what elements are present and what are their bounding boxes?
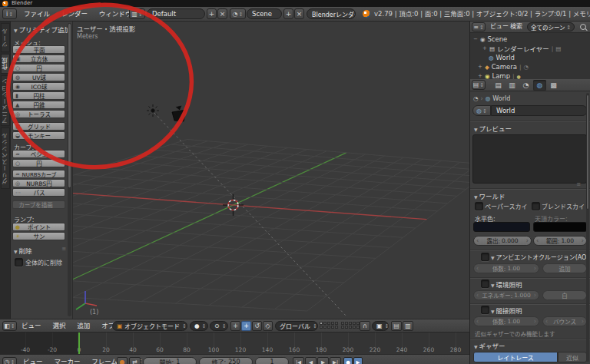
menu-marker[interactable]: マーカー: [49, 355, 85, 364]
delete-screen-button[interactable]: [217, 8, 227, 19]
screen-layout-icon-button[interactable]: ▥: [129, 8, 145, 19]
blend-sky-checkbox[interactable]: [532, 202, 540, 210]
expander-icon[interactable]: +: [478, 64, 482, 70]
shelf-tab-create[interactable]: 作成: [1, 54, 10, 74]
viewport-3d[interactable]: ユーザー・透視投影 Meters (1): [73, 22, 470, 319]
paper-sky-checkbox[interactable]: [475, 202, 483, 210]
delete-panel-header[interactable]: 削除: [14, 246, 32, 255]
add-point-lamp-button[interactable]: ●ポイント: [12, 223, 65, 231]
layer-toggle[interactable]: [331, 322, 334, 325]
manipulator-scale-button[interactable]: ◇: [263, 321, 273, 331]
layers-widget[interactable]: [320, 322, 360, 329]
add-plane-button[interactable]: ▭平面: [12, 45, 65, 54]
manipulator-translate-button[interactable]: +: [241, 321, 251, 331]
jump-to-end-button[interactable]: ▶|: [330, 357, 341, 364]
add-path-button[interactable]: ⋯パス: [12, 188, 65, 197]
add-curve-circle-button[interactable]: ○円: [12, 159, 65, 167]
layer-toggle[interactable]: [353, 326, 356, 329]
opengl-render-button[interactable]: ▤: [391, 321, 402, 331]
mode-select[interactable]: ▣ オブジェクトモード: [112, 321, 187, 331]
ao-panel-header[interactable]: アンビエントオクルージョン(AO): [474, 253, 589, 261]
ao-factor-slider[interactable]: 係数: 1.00: [473, 263, 539, 273]
transform-orientation-select[interactable]: グローバル: [275, 321, 318, 331]
layer-toggle[interactable]: [323, 326, 326, 329]
id-browse-button[interactable]: ◍: [472, 105, 491, 116]
row-label[interactable]: World: [496, 54, 515, 61]
horizon-color-swatch[interactable]: [473, 222, 530, 232]
properties-scrollbar-thumb[interactable]: [586, 94, 589, 210]
row-label[interactable]: Scene: [487, 35, 507, 43]
current-frame-line[interactable]: [78, 333, 80, 354]
indirect-factor-slider[interactable]: 係数: 1.00: [473, 316, 539, 326]
menu-view[interactable]: ビュー: [18, 355, 48, 364]
delete-globally-checkbox[interactable]: [15, 258, 23, 266]
opengl-render-anim-button[interactable]: ▥: [403, 321, 413, 331]
layer-toggle[interactable]: [320, 326, 323, 329]
tab-render[interactable]: ▤: [492, 80, 505, 91]
scene-field[interactable]: Scene: [247, 8, 282, 19]
env-lighting-panel-header[interactable]: 環境照明: [474, 280, 522, 289]
tab-scene[interactable]: ◔: [519, 80, 532, 91]
layer-toggle[interactable]: [335, 326, 338, 329]
menu-view[interactable]: ビュー: [17, 319, 46, 333]
manipulator-axis-button[interactable]: +: [230, 321, 240, 331]
expander-icon[interactable]: +: [478, 73, 482, 79]
shelf-tab-grease-pencil[interactable]: グリースペンシル: [1, 127, 10, 189]
viewport-shading-select[interactable]: ●: [190, 321, 208, 331]
menu-add[interactable]: 追加: [72, 319, 94, 333]
add-monkey-button[interactable]: ◒モンキー: [12, 131, 65, 140]
current-frame-field[interactable]: 1: [255, 357, 289, 364]
layer-toggle[interactable]: [331, 326, 334, 329]
tab-texture[interactable]: ▩: [547, 80, 560, 91]
layer-toggle[interactable]: [349, 326, 352, 329]
editor-type-button[interactable]: i: [2, 8, 17, 19]
outliner-row-world[interactable]: ◍ World: [489, 53, 515, 62]
range-slider[interactable]: 範囲: 1.00: [533, 236, 587, 246]
editor-type-button[interactable]: ◧: [2, 321, 17, 331]
menu-file[interactable]: ファイル: [19, 7, 55, 21]
scene-icon-button[interactable]: ◔: [230, 8, 246, 19]
layer-toggle[interactable]: [323, 322, 326, 325]
menu-render[interactable]: レンダー: [57, 7, 92, 21]
layer-toggle[interactable]: [327, 322, 330, 325]
gather-raytrace-toggle[interactable]: レイトレース: [473, 352, 558, 362]
draw-curve-button[interactable]: カーブを描画: [12, 200, 65, 209]
render-engine-select[interactable]: Blenderレンダー: [307, 8, 356, 19]
delete-scene-button[interactable]: [294, 8, 304, 19]
shelf-tab-tools[interactable]: ツール: [1, 23, 10, 52]
shelf-scrollbar-thumb[interactable]: [68, 23, 71, 188]
zenith-color-swatch[interactable]: [533, 222, 587, 232]
play-reverse-button[interactable]: ◀: [305, 357, 317, 364]
row-label[interactable]: Camera: [492, 63, 517, 71]
env-color-button[interactable]: 白: [542, 290, 587, 300]
layer-toggle[interactable]: [345, 322, 348, 325]
layer-toggle[interactable]: [353, 322, 356, 325]
id-name-field[interactable]: World: [491, 105, 588, 116]
expander-icon[interactable]: +: [482, 45, 487, 51]
tab-world[interactable]: ◍: [533, 80, 546, 91]
add-screen-button[interactable]: [207, 8, 217, 19]
add-grid-button[interactable]: ▦グリッド: [12, 122, 65, 131]
env-energy-slider[interactable]: エネルギー: 1.000: [473, 290, 539, 300]
screen-layout-field[interactable]: Default: [147, 8, 205, 19]
ao-blend-mode-button[interactable]: 追加: [542, 263, 587, 273]
panel-resize-grip-icon[interactable]: ≡: [576, 181, 581, 187]
add-bezier-button[interactable]: ≈ベジエ: [12, 150, 65, 158]
add-cone-button[interactable]: ▲円錐: [12, 101, 65, 109]
snap-magnet-button[interactable]: ∩: [360, 321, 370, 331]
add-sun-lamp-button[interactable]: ☀サン: [12, 232, 65, 240]
pivot-select[interactable]: ⊙: [210, 321, 228, 331]
add-primitive-panel-header[interactable]: プリミティブ追加: [14, 25, 71, 34]
properties-scrollbar[interactable]: [586, 93, 589, 362]
panel-grip-icon[interactable]: ≡: [61, 246, 66, 252]
exposure-slider[interactable]: 露出: 0.000: [473, 236, 532, 246]
add-circle-button[interactable]: ○円: [12, 64, 65, 72]
add-torus-button[interactable]: ◎トーラス: [12, 110, 65, 118]
outliner-row-camera[interactable]: + ◆ Camera | ◔: [478, 62, 529, 71]
add-cylinder-button[interactable]: ▮円柱: [12, 91, 65, 100]
search-icon[interactable]: [580, 24, 586, 30]
shelf-scrollbar[interactable]: [68, 23, 71, 316]
outliner-row-render-layers[interactable]: + ▤ レンダーレイヤー | ▤: [482, 44, 561, 53]
indirect-lighting-panel-header[interactable]: 間接照明: [474, 306, 522, 315]
layer-toggle[interactable]: [335, 322, 338, 325]
